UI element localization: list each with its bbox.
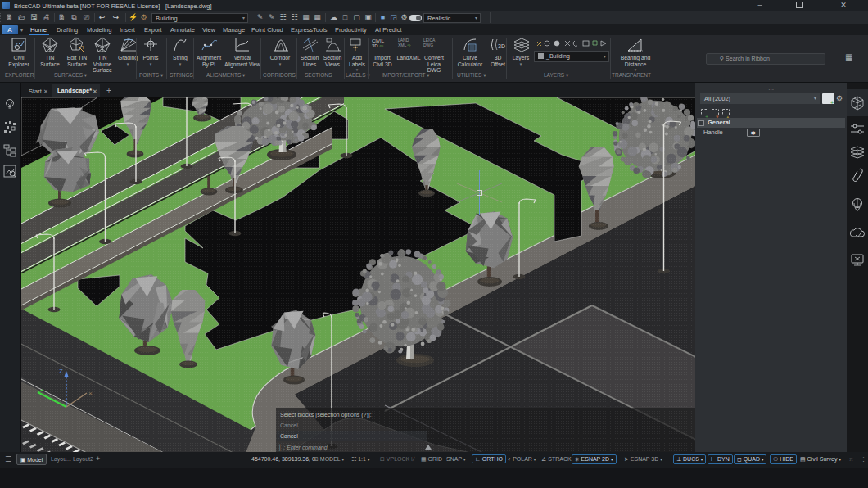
- svg-text:3D: 3D: [498, 43, 505, 49]
